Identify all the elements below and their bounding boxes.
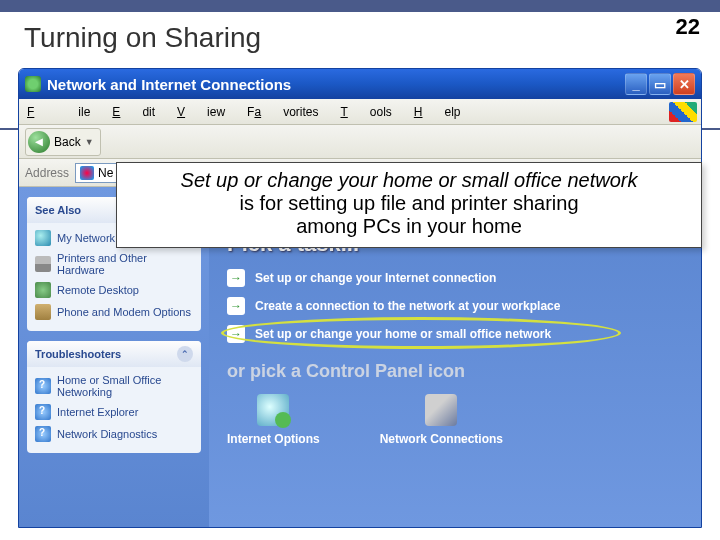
task-label: Set up or change your Internet connectio…	[255, 271, 496, 285]
cp-icon-label: Internet Options	[227, 432, 320, 446]
menu-file[interactable]: File	[27, 105, 90, 119]
callout-line2: is for setting up file and printer shari…	[129, 192, 689, 215]
sidebar-item-home-office-networking[interactable]: Home or Small Office Networking	[33, 371, 195, 401]
close-button[interactable]: ✕	[673, 73, 695, 95]
maximize-button[interactable]: ▭	[649, 73, 671, 95]
task-label: Set up or change your home or small offi…	[255, 327, 551, 341]
task-arrow-icon: →	[227, 325, 245, 343]
troubleshooters-header[interactable]: Troubleshooters ⌃	[27, 341, 201, 367]
network-places-icon	[35, 230, 51, 246]
cp-network-connections[interactable]: Network Connections	[380, 394, 503, 446]
remote-desktop-icon	[35, 282, 51, 298]
slide-title: Turning on Sharing	[24, 22, 261, 54]
task-home-office-network[interactable]: → Set up or change your home or small of…	[227, 325, 683, 343]
window-titlebar[interactable]: Network and Internet Connections _ ▭ ✕	[19, 69, 701, 99]
help-icon	[35, 378, 51, 394]
explorer-window: Network and Internet Connections _ ▭ ✕ F…	[18, 68, 702, 528]
window-title: Network and Internet Connections	[47, 76, 291, 93]
network-connections-icon	[425, 394, 457, 426]
sidebar-item-phone-modem[interactable]: Phone and Modem Options	[33, 301, 195, 323]
pick-icon-heading: or pick a Control Panel icon	[227, 361, 683, 382]
slide-number: 22	[676, 14, 700, 40]
windows-flag-icon	[669, 102, 697, 122]
internet-options-icon	[257, 394, 289, 426]
address-folder-icon	[80, 166, 94, 180]
task-workplace-connection[interactable]: → Create a connection to the network at …	[227, 297, 683, 315]
troubleshooters-title: Troubleshooters	[35, 348, 121, 360]
callout-box: Set up or change your home or small offi…	[116, 162, 702, 248]
back-button[interactable]: ◄ Back ▼	[25, 128, 101, 156]
help-icon	[35, 404, 51, 420]
address-label: Address	[25, 166, 69, 180]
task-internet-connection[interactable]: → Set up or change your Internet connect…	[227, 269, 683, 287]
back-label: Back	[54, 135, 81, 149]
sidebar-item-internet-explorer[interactable]: Internet Explorer	[33, 401, 195, 423]
task-arrow-icon: →	[227, 297, 245, 315]
slide-top-bar	[0, 0, 720, 12]
printer-icon	[35, 256, 51, 272]
cp-icon-label: Network Connections	[380, 432, 503, 446]
minimize-button[interactable]: _	[625, 73, 647, 95]
phone-modem-icon	[35, 304, 51, 320]
slide-header: Turning on Sharing 22	[0, 0, 720, 68]
help-icon	[35, 426, 51, 442]
menu-edit[interactable]: Edit	[112, 105, 155, 119]
menu-tools[interactable]: Tools	[340, 105, 391, 119]
window-icon	[25, 76, 41, 92]
sidebar-item-remote-desktop[interactable]: Remote Desktop	[33, 279, 195, 301]
cp-internet-options[interactable]: Internet Options	[227, 394, 320, 446]
back-dropdown-icon[interactable]: ▼	[85, 137, 94, 147]
sidebar-item-network-diagnostics[interactable]: Network Diagnostics	[33, 423, 195, 445]
callout-line1: Set up or change your home or small offi…	[129, 169, 689, 192]
callout-line3: among PCs in your home	[129, 215, 689, 238]
see-also-title: See Also	[35, 204, 81, 216]
toolbar: ◄ Back ▼	[19, 125, 701, 159]
task-arrow-icon: →	[227, 269, 245, 287]
address-value: Ne	[98, 166, 113, 180]
menu-view[interactable]: View	[177, 105, 225, 119]
back-arrow-icon: ◄	[28, 131, 50, 153]
troubleshooters-panel: Troubleshooters ⌃ Home or Small Office N…	[27, 341, 201, 453]
chevron-up-icon: ⌃	[177, 346, 193, 362]
menu-favorites[interactable]: Favorites	[247, 105, 318, 119]
sidebar-item-printers[interactable]: Printers and Other Hardware	[33, 249, 195, 279]
task-label: Create a connection to the network at yo…	[255, 299, 560, 313]
menu-bar: File Edit View Favorites Tools Help	[19, 99, 701, 125]
menu-help[interactable]: Help	[414, 105, 461, 119]
